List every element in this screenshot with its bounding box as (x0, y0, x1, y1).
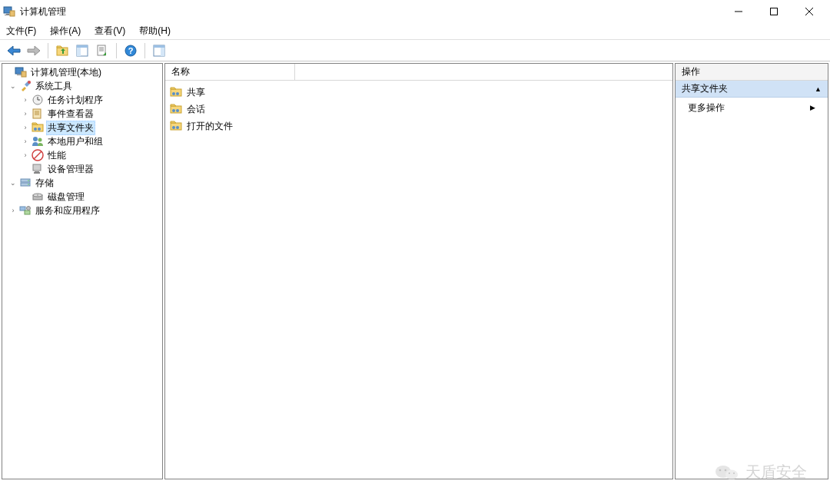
svg-point-56 (172, 109, 175, 112)
device-icon (32, 163, 44, 175)
tree-root[interactable]: 计算机管理(本地) (2, 65, 162, 79)
tree-label: 性能 (48, 150, 66, 161)
svg-point-34 (38, 128, 41, 131)
toolbar: ? (0, 40, 830, 61)
action-group-title: 共享文件夹 (682, 82, 728, 95)
list-item-shares[interactable]: 共享 (170, 84, 668, 101)
disk-icon (32, 191, 44, 203)
tree-disk-management[interactable]: 磁盘管理 (2, 190, 162, 204)
svg-rect-40 (35, 171, 39, 172)
actions-panel: 操作 共享文件夹 ▲ 更多操作 ▶ (675, 63, 828, 479)
tree-system-tools[interactable]: ⌄ 系统工具 (2, 79, 162, 93)
expand-toggle-icon[interactable]: ⌄ (8, 178, 18, 187)
minimize-button[interactable] (721, 0, 756, 23)
help-button[interactable]: ? (121, 41, 140, 60)
svg-point-65 (729, 472, 730, 474)
expand-toggle-icon[interactable]: › (21, 137, 30, 146)
svg-rect-22 (17, 75, 22, 75)
tree-label: 磁盘管理 (48, 191, 85, 202)
menu-view[interactable]: 查看(V) (93, 23, 127, 39)
menu-file[interactable]: 文件(F) (5, 23, 38, 39)
watermark-text: 天盾安全 (745, 462, 807, 482)
tree-label: 本地用户和组 (48, 136, 103, 147)
actions-title: 操作 (682, 65, 700, 78)
svg-point-24 (28, 81, 31, 84)
shared-folder-icon (170, 103, 182, 115)
tree-label: 设备管理器 (48, 164, 94, 174)
svg-point-64 (725, 469, 727, 471)
expand-toggle-icon[interactable]: › (21, 123, 30, 132)
expand-toggle-icon[interactable]: › (21, 95, 30, 104)
tree-label: 服务和应用程序 (35, 205, 100, 216)
list-item-open-files[interactable]: 打开的文件 (170, 118, 668, 134)
tools-icon (19, 80, 32, 92)
tree-label: 任务计划程序 (48, 94, 103, 105)
svg-rect-55 (171, 106, 181, 113)
expand-toggle-icon[interactable]: › (21, 109, 30, 118)
tree-shared-folders[interactable]: › 共享文件夹 (2, 121, 162, 134)
tree-label: 事件查看器 (48, 108, 94, 119)
back-button[interactable] (5, 41, 23, 60)
blank-expander (4, 68, 13, 77)
actions-header: 操作 (676, 64, 828, 81)
svg-point-57 (176, 109, 179, 112)
forward-button[interactable] (25, 41, 43, 60)
list-item-sessions[interactable]: 会话 (170, 101, 668, 118)
tree-event-viewer[interactable]: › 事件查看器 (2, 107, 162, 121)
submenu-arrow-icon: ▶ (810, 104, 815, 111)
maximize-button[interactable] (756, 0, 792, 23)
event-icon (32, 108, 44, 120)
app-icon (3, 5, 15, 18)
close-button[interactable] (792, 0, 827, 23)
menu-action[interactable]: 操作(A) (48, 23, 82, 39)
action-item-label: 更多操作 (688, 101, 725, 114)
svg-point-33 (34, 128, 37, 131)
tree-panel: 计算机管理(本地) ⌄ 系统工具 › 任务计划程序 › 事件查看器 › 共享文件… (2, 63, 163, 479)
tree-task-scheduler[interactable]: › 任务计划程序 (2, 93, 162, 107)
svg-rect-20 (161, 48, 164, 56)
svg-point-62 (725, 469, 738, 479)
tree-services-apps[interactable]: › 服务和应用程序 (2, 204, 162, 217)
tree-performance[interactable]: › 性能 (2, 148, 162, 162)
menu-help[interactable]: 帮助(H) (138, 23, 172, 39)
expand-toggle-icon[interactable]: › (21, 151, 30, 160)
blank-expander (21, 192, 30, 201)
svg-point-48 (37, 194, 38, 196)
svg-point-54 (176, 92, 179, 95)
blank-expander (21, 164, 30, 174)
list-header: 名称 (165, 64, 672, 81)
expand-toggle-icon[interactable]: › (8, 206, 18, 215)
window-title: 计算机管理 (20, 5, 66, 18)
show-hide-tree-button[interactable] (73, 41, 91, 60)
svg-rect-23 (22, 71, 26, 77)
expand-toggle-icon[interactable]: ⌄ (8, 81, 18, 91)
svg-point-59 (172, 126, 175, 129)
collapse-arrow-icon: ▲ (815, 85, 822, 93)
column-name[interactable]: 名称 (171, 65, 190, 78)
shared-folder-icon (170, 86, 182, 98)
column-divider[interactable] (294, 64, 295, 81)
svg-point-44 (28, 180, 29, 181)
watermark: 天盾安全 (715, 462, 807, 482)
svg-point-53 (172, 92, 175, 95)
tree-device-manager[interactable]: 设备管理器 (2, 162, 162, 176)
tree-storage[interactable]: ⌄ 存储 (2, 176, 162, 190)
services-icon (19, 204, 32, 217)
svg-point-66 (733, 472, 735, 474)
export-list-button[interactable] (93, 41, 111, 60)
list-panel: 名称 共享 会话 打开的文件 (164, 63, 673, 479)
list-body: 共享 会话 打开的文件 (165, 81, 672, 138)
tree-local-users[interactable]: › 本地用户和组 (2, 134, 162, 148)
up-folder-button[interactable] (53, 41, 71, 60)
svg-point-45 (28, 184, 29, 185)
svg-rect-52 (171, 89, 181, 96)
action-more[interactable]: 更多操作 ▶ (676, 98, 828, 118)
action-group[interactable]: 共享文件夹 ▲ (676, 81, 828, 98)
svg-rect-1 (6, 14, 9, 15)
list-item-label: 共享 (187, 86, 205, 99)
svg-text:?: ? (128, 46, 134, 55)
shared-folder-icon (170, 120, 182, 132)
svg-rect-10 (77, 45, 88, 48)
svg-point-35 (33, 137, 38, 141)
show-action-pane-button[interactable] (150, 41, 168, 60)
